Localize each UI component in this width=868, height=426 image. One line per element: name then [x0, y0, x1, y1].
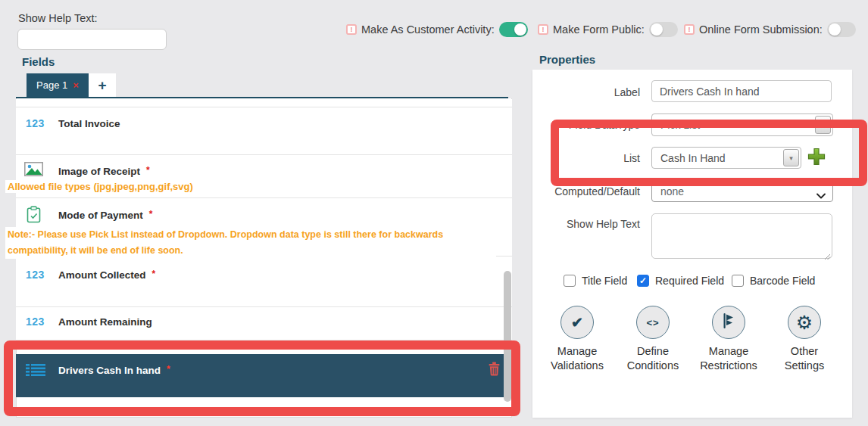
field-label: Mode of Payment — [58, 210, 143, 221]
gear-icon: ⚙ — [796, 313, 813, 332]
field-label: Amount Remaining — [58, 316, 152, 328]
field-row-total-invoice[interactable]: 123 Total Invoice — [16, 107, 512, 155]
field-row-amount-collected[interactable]: 123 Amount Collected* — [16, 257, 512, 307]
computed-default-select[interactable]: none — [651, 181, 833, 202]
field-note: Allowed file types (jpg,jpeg,png,gif,svg… — [5, 180, 195, 193]
delete-field-trash-icon[interactable] — [489, 362, 500, 379]
field-row-mode-of-payment[interactable]: Mode of Payment* Note:- Please use Pick … — [16, 198, 512, 257]
show-help-text-property-label: Show Help Text — [532, 218, 640, 230]
toggle-label: Make As Customer Activity: — [361, 23, 495, 36]
combobox-value: Cash In Hand — [660, 152, 726, 164]
field-datatype-combobox[interactable]: Pick List ▾ — [651, 113, 833, 136]
required-asterisk: * — [167, 364, 170, 375]
checkbox-box[interactable] — [732, 275, 744, 287]
action-label-line1: Manage — [536, 344, 618, 359]
online-submission-toggle[interactable] — [827, 22, 856, 37]
dropdown-arrow-button[interactable]: ▾ — [815, 116, 831, 134]
info-icon: ! — [538, 24, 548, 35]
info-icon: ! — [684, 24, 695, 35]
chevron-down-icon — [816, 188, 826, 202]
title-field-checkbox[interactable]: Title Field — [564, 275, 627, 287]
number-123-icon: 123 — [26, 269, 45, 281]
plus-icon: + — [98, 77, 106, 94]
info-icon: ! — [346, 24, 357, 35]
resize-handle-icon[interactable] — [824, 250, 831, 263]
list-field-label: List — [532, 152, 640, 164]
action-circle[interactable]: ⚙ — [788, 306, 821, 339]
clipboard-check-icon — [27, 206, 41, 226]
checkbox-label: Required Field — [655, 275, 724, 287]
field-note: Note:- Please use Pick List instead of D… — [5, 227, 496, 259]
tab-label: Page 1 — [36, 79, 67, 91]
action-label-line2: Restrictions — [688, 359, 770, 373]
field-label: Image of Receipt — [58, 166, 140, 177]
required-asterisk: * — [146, 165, 150, 176]
computed-default-label: Computed/Default — [532, 185, 640, 197]
action-label-line2: Validations — [536, 359, 618, 373]
caret-down-icon: ▾ — [789, 154, 793, 162]
show-help-text-input[interactable] — [17, 29, 167, 50]
manage-restrictions-button[interactable]: Manage Restrictions — [688, 306, 770, 373]
checkbox-label: Barcode Field — [750, 275, 815, 287]
define-conditions-button[interactable]: <> Define Conditions — [612, 306, 694, 373]
action-circle[interactable]: <> — [636, 306, 670, 339]
caret-down-icon: ▾ — [821, 121, 825, 129]
fields-panel-title: Fields — [22, 55, 55, 68]
field-row-image-of-receipt[interactable]: Image of Receipt* Allowed file types (jp… — [16, 155, 512, 198]
manage-validations-button[interactable]: ✔ Manage Validations — [536, 306, 618, 373]
action-label-line1: Define — [612, 344, 694, 359]
action-circle[interactable] — [712, 306, 745, 339]
dropdown-arrow-button[interactable]: ▾ — [783, 149, 799, 166]
tab-page-1[interactable]: Page 1 × — [27, 73, 89, 97]
toggle-knob — [514, 23, 526, 36]
fields-list-scrollbar[interactable] — [504, 271, 511, 402]
field-row-amount-remaining[interactable]: 123 Amount Remaining — [16, 307, 512, 340]
customer-activity-toggle[interactable] — [499, 22, 528, 37]
label-input[interactable] — [651, 80, 832, 102]
add-page-button[interactable]: + — [89, 73, 116, 97]
action-circle[interactable]: ✔ — [560, 306, 594, 339]
checkbox-box[interactable]: ✓ — [637, 275, 649, 287]
barcode-field-checkbox[interactable]: Barcode Field — [732, 275, 815, 287]
code-icon: <> — [646, 317, 659, 328]
action-label-line1: Manage — [688, 344, 770, 359]
properties-panel-title: Properties — [539, 53, 595, 66]
list-icon — [26, 364, 45, 379]
field-row-drivers-cash-in-hand-selected[interactable]: Drivers Cash In hand* — [16, 354, 504, 397]
form-builder-screen: Show Help Text: ! Make As Customer Activ… — [0, 0, 868, 426]
check-icon: ✔ — [571, 314, 583, 331]
toggle-label: Make Form Public: — [553, 23, 645, 36]
toggle-knob — [651, 23, 663, 36]
toggle-label: Online Form Submission: — [699, 23, 823, 36]
checkbox-box[interactable] — [564, 275, 576, 287]
field-label: Amount Collected — [58, 269, 146, 281]
show-help-text-label: Show Help Text: — [18, 12, 98, 24]
combobox-value: Pick List — [660, 119, 700, 131]
field-datatype-label: Field DataType — [532, 119, 640, 131]
plus-icon — [807, 147, 826, 169]
toggle-knob — [829, 23, 841, 36]
help-text-textarea[interactable] — [651, 213, 832, 259]
required-asterisk: * — [152, 269, 156, 279]
flag-icon — [723, 313, 735, 332]
image-icon — [24, 162, 43, 179]
checkbox-label: Title Field — [582, 275, 627, 287]
number-123-icon: 123 — [26, 117, 45, 129]
form-public-toggle[interactable] — [649, 22, 678, 37]
toggle-group-form-public: ! Make Form Public: — [538, 21, 678, 38]
field-label: Total Invoice — [58, 118, 120, 129]
required-field-checkbox[interactable]: ✓ Required Field — [637, 275, 724, 287]
toggle-group-customer-activity: ! Make As Customer Activity: — [346, 21, 528, 38]
other-settings-button[interactable]: ⚙ Other Settings — [763, 306, 845, 373]
required-asterisk: * — [149, 209, 153, 219]
add-list-button[interactable] — [806, 148, 826, 168]
select-value: none — [660, 185, 684, 197]
action-label-line2: Conditions — [612, 359, 694, 373]
action-label-line1: Other — [763, 344, 845, 359]
number-123-icon: 123 — [26, 316, 45, 328]
field-row-partial — [16, 99, 512, 107]
list-combobox[interactable]: Cash In Hand ▾ — [651, 147, 801, 169]
action-label-line2: Settings — [763, 359, 845, 373]
toggle-group-online-submission: ! Online Form Submission: — [684, 21, 856, 38]
close-tab-icon[interactable]: × — [73, 80, 79, 90]
